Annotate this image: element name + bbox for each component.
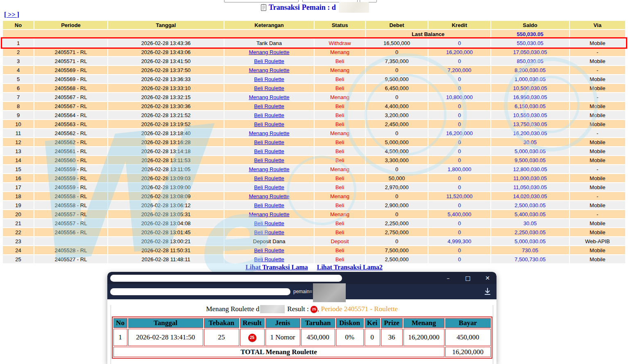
heading-result-label: Result : <box>287 305 308 313</box>
keterangan-link[interactable]: Beli Roulette <box>254 58 284 64</box>
cell-keterangan: Beli Roulette <box>224 201 314 209</box>
cell-tanggal: 2026-02-28 11:50:31 <box>108 246 224 254</box>
table-row: 62405568 - RL2026-02-28 13:33:10Beli Rou… <box>3 84 625 92</box>
cell-periode: 2405558 - RL <box>34 192 107 200</box>
keterangan-link[interactable]: Beli Roulette <box>254 256 284 262</box>
cell-saldo: 5,000,030.05 <box>491 147 569 155</box>
keterangan-link[interactable]: Beli Roulette <box>254 103 284 109</box>
cell-periode <box>34 237 107 245</box>
address-input[interactable] <box>110 288 290 295</box>
cell-keterangan: Menang Roulette <box>224 129 314 137</box>
keterangan-link[interactable]: Beli Roulette <box>254 184 284 190</box>
cell-tanggal: 2026-02-28 13:09:00 <box>108 183 224 191</box>
cell-no: 17 <box>3 183 34 191</box>
page-title: Transaksi Pemain : d <box>261 2 369 13</box>
keterangan-link[interactable]: Menang Roulette <box>249 211 289 217</box>
keterangan-link[interactable]: Beli Roulette <box>254 175 284 181</box>
keterangan-link[interactable]: Menang Roulette <box>249 130 289 136</box>
cell-kredit: 0 <box>428 183 490 191</box>
cell-kredit: 0 <box>428 219 490 227</box>
cell-tanggal: 2026-02-28 13:36:33 <box>108 75 224 83</box>
cell-debet: 4,400,000 <box>366 102 428 110</box>
cell-no: 8 <box>3 102 34 110</box>
keterangan-link[interactable]: Menang Roulette <box>249 94 289 100</box>
cell-tanggal: 2026-02-28 13:30:36 <box>108 102 224 110</box>
keterangan-link[interactable]: Beli Roulette <box>254 220 284 226</box>
transaksi-icon <box>261 4 267 11</box>
detail-tebakan: 25 <box>204 329 239 346</box>
keterangan-link[interactable]: Beli Roulette <box>254 121 284 127</box>
cell-keterangan: Beli Roulette <box>224 111 314 119</box>
cell-keterangan: Menang Roulette <box>224 192 314 200</box>
popup-titlebar[interactable]: – □ ✕ <box>107 272 497 284</box>
keterangan-link[interactable]: Beli Roulette <box>254 139 284 145</box>
cell-kredit: 1,800,000 <box>428 165 490 173</box>
cell-tanggal: 2026-02-28 13:11:05 <box>108 165 224 173</box>
keterangan-link[interactable]: Menang Roulette <box>249 166 289 172</box>
cell-debet: 4,500,000 <box>366 147 428 155</box>
cell-no: 4 <box>3 66 34 74</box>
detail-kei: 0 <box>365 329 380 346</box>
cell-periode: 2405562 - RL <box>34 129 107 137</box>
cell-via: Mobile <box>570 111 625 119</box>
cell-status: Menang <box>315 93 365 101</box>
cell-via: - <box>570 129 625 137</box>
cell-kredit: 0 <box>428 201 490 209</box>
cell-status: Beli <box>315 183 365 191</box>
cell-periode: 2405569 - RL <box>34 75 107 83</box>
keterangan-link[interactable]: Beli Roulette <box>254 85 284 91</box>
last-balance-via <box>570 30 625 38</box>
minimize-icon[interactable]: – <box>445 275 451 281</box>
keterangan-link[interactable]: Beli Roulette <box>254 112 284 118</box>
keterangan-link[interactable]: Menang Roulette <box>249 49 289 55</box>
cell-status: Menang <box>315 210 365 218</box>
download-icon[interactable] <box>483 287 492 296</box>
keterangan-link[interactable]: Beli Roulette <box>254 157 284 163</box>
cell-debet: 5,000,000 <box>366 138 428 146</box>
close-icon[interactable]: ✕ <box>484 275 491 281</box>
cell-via: - <box>570 93 625 101</box>
cell-kredit: 0 <box>428 138 490 146</box>
cell-periode: 2405528 - RL <box>34 246 107 254</box>
cell-status: Beli <box>315 174 365 182</box>
table-row: 32405571 - RL2026-02-28 13:41:50Beli Rou… <box>3 57 625 65</box>
maximize-icon[interactable]: □ <box>465 275 471 281</box>
keterangan-link[interactable]: Menang Roulette <box>249 67 289 73</box>
last-balance-label: Last Balance <box>366 30 490 38</box>
table-row: 72405567 - RL2026-02-28 13:32:15Menang R… <box>3 93 625 101</box>
popup-content: Menang Roulette dResult : 25, Periode 24… <box>111 305 493 364</box>
cell-periode: 2405562 - RL <box>34 138 107 146</box>
keterangan-link[interactable]: Beli Roulette <box>254 202 284 208</box>
cell-keterangan: Menang Roulette <box>224 93 314 101</box>
lihat-transaksi-lama2-link[interactable]: Lihat Transaksi Lama2 <box>317 264 383 271</box>
lihat-transaksi-lama-link[interactable]: Lihat Transaksi Lama <box>245 264 308 271</box>
transactions-body: 12026-02-28 13:43:36Tarik DanaWithdraw16… <box>3 39 625 263</box>
cell-keterangan: Menang Roulette <box>224 165 314 173</box>
table-row: 92405564 - RL2026-02-28 13:21:52Beli Rou… <box>3 111 625 119</box>
table-row: 132405561 - RL2026-02-28 13:14:18Beli Ro… <box>3 147 625 155</box>
cell-saldo: 14,020,030.05 <box>491 192 569 200</box>
cell-saldo: 2,500,030.05 <box>491 201 569 209</box>
pager-next-link[interactable]: [ >> ] <box>4 11 19 18</box>
cell-status: Beli <box>315 57 365 65</box>
cell-no: 7 <box>3 93 34 101</box>
keterangan-link[interactable]: Beli Roulette <box>254 229 284 235</box>
keterangan-link[interactable]: Beli Roulette <box>254 76 284 82</box>
cell-periode: 2405563 - RL <box>34 120 107 128</box>
cell-saldo: 16,200,030.05 <box>491 129 569 137</box>
cell-saldo: 550,030.05 <box>491 39 569 47</box>
cell-debet: 0 <box>366 66 428 74</box>
keterangan-link[interactable]: Beli Roulette <box>254 148 284 154</box>
heading-comma: , <box>317 305 319 313</box>
cell-via: Mobile <box>570 39 625 47</box>
detail-col-menang: Menang <box>404 318 444 328</box>
keterangan-link[interactable]: Beli Roulette <box>254 247 284 253</box>
keterangan-link[interactable]: Menang Roulette <box>249 193 289 199</box>
cell-no: 15 <box>3 165 34 173</box>
last-balance-spacer <box>3 30 365 38</box>
cell-via: Mobile <box>570 102 625 110</box>
cell-kredit: 0 <box>428 174 490 182</box>
cell-keterangan: Menang Roulette <box>224 210 314 218</box>
heading-periode: Periode 2405571 - Roulette <box>321 305 398 313</box>
table-row: 172405559 - RL2026-02-28 13:09:00Beli Ro… <box>3 183 625 191</box>
